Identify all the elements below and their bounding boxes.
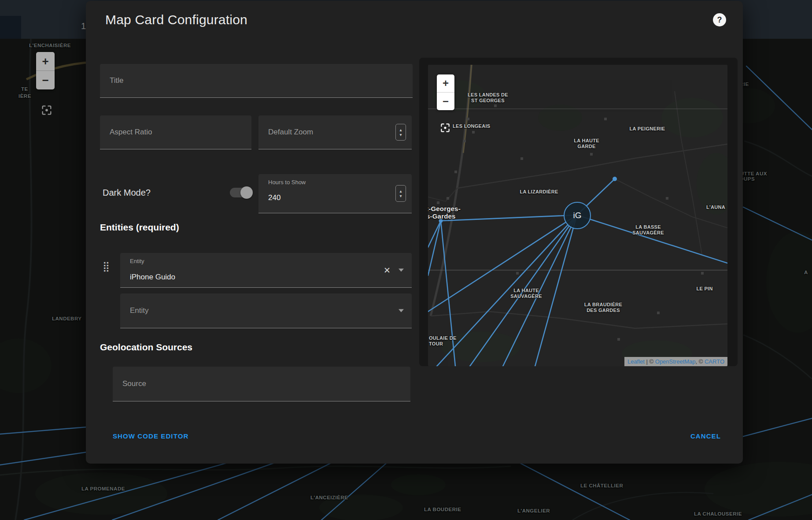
entity-picker-1[interactable]: Entity iPhone Guido ✕ xyxy=(120,253,412,288)
source-input[interactable] xyxy=(113,367,410,401)
title-input[interactable] xyxy=(100,64,413,97)
aspect-ratio-input[interactable] xyxy=(100,115,251,149)
drag-handle-icon[interactable]: ⣿ xyxy=(103,261,110,272)
title-field xyxy=(100,64,413,98)
source-field xyxy=(113,367,410,401)
hours-to-show-label: Hours to Show xyxy=(268,179,306,186)
preview-locate-icon[interactable] xyxy=(439,122,451,134)
entity-placeholder: Entity xyxy=(130,306,149,315)
preview-zoom-control: + − xyxy=(437,74,454,110)
chevron-down-icon[interactable] xyxy=(399,269,404,272)
entity-value: iPhone Guido xyxy=(130,273,175,282)
help-icon[interactable]: ? xyxy=(713,13,726,26)
map-label: LA BASSE SAUVAGÈRE xyxy=(632,224,664,236)
default-zoom-field: ▴ ▾ xyxy=(258,115,412,149)
geolocation-sources-heading: Geolocation Sources xyxy=(100,342,192,353)
attribution-separator: | © xyxy=(645,358,655,365)
cancel-button[interactable]: CANCEL xyxy=(688,432,723,440)
chevron-down-icon[interactable] xyxy=(399,309,404,312)
history-point xyxy=(613,177,617,181)
map-label: LA HAUTE SAUVAGÈRE xyxy=(510,288,542,299)
osm-link[interactable]: OpenStreetMap xyxy=(655,358,696,365)
attribution-separator: , © xyxy=(696,358,705,365)
aspect-ratio-field xyxy=(100,115,251,149)
map-label: LE PIN xyxy=(696,286,712,292)
map-label-town: t-Georges- s-Gardes xyxy=(428,205,461,220)
map-label: LA BRAUDIÈRE DES GARDES xyxy=(584,302,622,313)
stepper-down-icon[interactable]: ▾ xyxy=(399,133,402,137)
preview-zoom-out-button[interactable]: − xyxy=(437,92,454,110)
stepper-down-icon[interactable]: ▾ xyxy=(399,194,402,198)
stepper-up-icon[interactable]: ▴ xyxy=(399,189,402,193)
entities-heading: Entities (required) xyxy=(100,222,179,233)
dark-mode-toggle[interactable] xyxy=(230,188,252,197)
map-preview-card: LES LANDES DE ST GEORGES LES LONGEAIS LA… xyxy=(419,58,738,366)
default-zoom-stepper[interactable]: ▴ ▾ xyxy=(395,124,406,141)
map-label: OULAIE DE TOUR xyxy=(429,335,457,347)
map-label: LA LIZARDIÈRE xyxy=(520,189,558,195)
map-preview[interactable]: LES LANDES DE ST GEORGES LES LONGEAIS LA… xyxy=(428,65,727,366)
show-code-editor-button[interactable]: SHOW CODE EDITOR xyxy=(110,432,191,440)
screen: L'ENCHAISIÈRE TE IÈRE LANDEBRY LA PROMEN… xyxy=(0,0,812,520)
map-label: LA HAUTE GARDE xyxy=(574,138,599,149)
toggle-knob xyxy=(240,186,253,199)
map-attribution: Leaflet | © OpenStreetMap, © CARTO xyxy=(624,357,727,366)
leaflet-link[interactable]: Leaflet xyxy=(627,358,645,365)
hours-to-show-stepper[interactable]: ▴ ▾ xyxy=(395,185,406,202)
preview-zoom-in-button[interactable]: + xyxy=(437,74,454,92)
clear-icon[interactable]: ✕ xyxy=(384,265,391,275)
entity-marker[interactable]: iG xyxy=(564,202,591,229)
dialog-title: Map Card Configuration xyxy=(105,12,247,27)
entity-field-label: Entity xyxy=(130,258,144,264)
default-zoom-input[interactable] xyxy=(258,115,412,149)
map-label: LES LANDES DE ST GEORGES xyxy=(468,92,508,104)
carto-link[interactable]: CARTO xyxy=(705,358,724,365)
map-card-config-dialog: Map Card Configuration ? ▴ ▾ Dark Mode? … xyxy=(86,1,743,464)
map-label: L'AUNA xyxy=(706,204,725,210)
stepper-up-icon[interactable]: ▴ xyxy=(399,128,402,132)
dark-mode-label: Dark Mode? xyxy=(103,188,151,198)
map-label: LES LONGEAIS xyxy=(453,123,491,129)
map-label: LA PEIGNERIE xyxy=(630,126,665,132)
hours-to-show-field: Hours to Show ▴ ▾ xyxy=(258,174,412,213)
entity-picker-2[interactable]: Entity xyxy=(120,293,412,328)
